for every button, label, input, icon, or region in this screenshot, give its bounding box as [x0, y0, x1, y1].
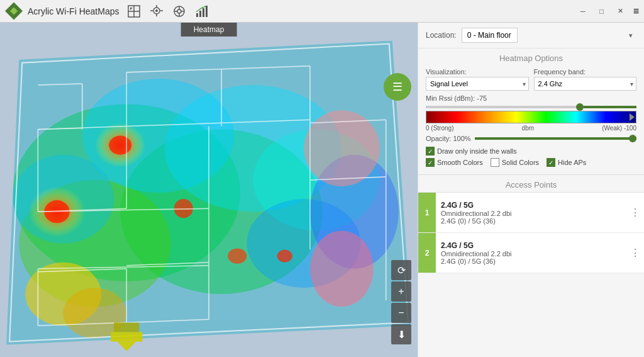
- app-title: Acrylic Wi-Fi HeatMaps: [28, 6, 119, 16]
- solid-colors-cb-box: [491, 158, 499, 167]
- ap-number-1: 1: [418, 193, 436, 232]
- access-points-section: Access Points 1 2.4G / 5G Omnidirectiona…: [418, 175, 644, 357]
- draw-walls-cb-box: ✓: [426, 147, 435, 156]
- hide-aps-checkmark: ✓: [548, 159, 553, 166]
- ap-freq-1: 2.4G / 5G: [441, 201, 621, 210]
- frequency-label: Frequency band:: [534, 68, 637, 76]
- color-bar-center-label: dbm: [522, 125, 534, 132]
- svg-point-37: [109, 135, 131, 154]
- fab-button[interactable]: ☰: [384, 73, 411, 101]
- download-button[interactable]: ⬇: [391, 324, 411, 344]
- visualization-group: Visualization: Signal Level Noise Level …: [426, 68, 529, 91]
- right-panel: Location: 0 - Main floor Heatmap Options…: [418, 23, 644, 357]
- zoom-out-button[interactable]: −: [391, 303, 411, 323]
- rssi-row: Min Rssi (dBm): -75: [426, 94, 636, 102]
- smooth-colors-checkbox[interactable]: ✓ Smooth Colors: [426, 158, 483, 167]
- opacity-fill: [475, 137, 636, 140]
- fab-icon: ☰: [392, 80, 402, 94]
- viz-freq-row: Visualization: Signal Level Noise Level …: [426, 68, 636, 91]
- draw-walls-label: Draw only inside the walls: [437, 147, 517, 155]
- titlebar-controls: ─ □ ✕ ≡: [574, 3, 639, 20]
- zoom-in-button[interactable]: +: [391, 281, 411, 302]
- heatmap-visualization: [0, 23, 418, 357]
- ap-menu-1[interactable]: ⋮: [626, 193, 644, 232]
- close-button[interactable]: ✕: [612, 3, 630, 20]
- app-logo: [5, 3, 23, 20]
- svg-point-11: [177, 9, 181, 13]
- color-bar-labels: 0 (Strong) dbm (Weak) -100: [426, 125, 636, 132]
- svg-rect-18: [203, 8, 204, 17]
- rssi-handle[interactable]: [576, 103, 584, 111]
- rssi-label: Min Rssi (dBm): -75: [426, 94, 487, 102]
- ap-item-1: 1 2.4G / 5G Omnidirectional 2.2 dbi 2.4G…: [418, 193, 644, 233]
- opacity-row: Opacity: 100%: [426, 134, 636, 143]
- heatmap-options: Heatmap Options Visualization: Signal Le…: [418, 48, 644, 175]
- ap-item-2: 2 2.4G / 5G Omnidirectional 2.2 dbi 2.4G…: [418, 233, 644, 273]
- location-select[interactable]: 0 - Main floor: [462, 28, 518, 43]
- toolbar-btn-4[interactable]: [192, 1, 212, 21]
- ap-freq-2: 2.4G / 5G: [441, 241, 621, 250]
- smooth-colors-label: Smooth Colors: [437, 159, 483, 166]
- color-bar-container: 0 (Strong) dbm (Weak) -100: [426, 111, 636, 132]
- draw-walls-row: ✓ Draw only inside the walls: [426, 147, 636, 156]
- visualization-label: Visualization:: [426, 68, 529, 76]
- smooth-colors-cb-box: ✓: [426, 158, 435, 167]
- color-bar-right-label: (Weak) -100: [602, 125, 636, 132]
- svg-point-39: [228, 249, 247, 264]
- svg-rect-17: [199, 11, 201, 17]
- ap-channels-1: 2.4G (0) / 5G (36): [441, 217, 621, 225]
- hide-aps-cb-box: ✓: [547, 158, 555, 167]
- svg-point-33: [310, 230, 374, 307]
- draw-walls-checkbox[interactable]: ✓ Draw only inside the walls: [426, 147, 517, 156]
- location-label: Location:: [426, 31, 457, 40]
- color-bar-left-label: 0 (Strong): [426, 125, 453, 132]
- ap-number-2: 2: [418, 233, 436, 273]
- map-area[interactable]: Heatmap: [0, 23, 418, 357]
- opacity-label: Opacity: 100%: [426, 135, 471, 142]
- ap-info-2: 2.4G / 5G Omnidirectional 2.2 dbi 2.4G (…: [436, 233, 626, 273]
- titlebar: Acrylic Wi-Fi HeatMaps ─ □ ✕ ≡: [0, 0, 644, 23]
- frequency-select-wrapper: 2.4 Ghz 5 Ghz All: [534, 77, 637, 91]
- color-bar-arrow: [630, 113, 635, 121]
- location-bar: Location: 0 - Main floor: [418, 23, 644, 48]
- toolbar-btn-2[interactable]: [147, 1, 167, 21]
- svg-marker-73: [117, 341, 136, 351]
- svg-marker-3: [130, 8, 133, 10]
- map-controls: ⟳ + − ⬇: [391, 260, 411, 344]
- heatmap-tab[interactable]: Heatmap: [181, 23, 237, 37]
- toolbar-btn-3[interactable]: [169, 1, 189, 21]
- visualization-select[interactable]: Signal Level Noise Level SNR: [426, 77, 529, 91]
- smooth-colors-checkmark: ✓: [428, 159, 433, 166]
- location-select-wrapper: 0 - Main floor: [462, 28, 636, 43]
- ap-info-1: 2.4G / 5G Omnidirectional 2.2 dbi 2.4G (…: [436, 193, 626, 232]
- titlebar-left: Acrylic Wi-Fi HeatMaps: [5, 1, 212, 21]
- color-options-row: ✓ Smooth Colors Solid Colors ✓ Hide APs: [426, 158, 636, 167]
- main-content: Heatmap: [0, 23, 644, 357]
- color-gradient-bar: [426, 111, 636, 123]
- svg-marker-74: [111, 332, 142, 341]
- visualization-select-wrapper: Signal Level Noise Level SNR: [426, 77, 529, 91]
- toolbar-btn-1[interactable]: [124, 1, 144, 21]
- opacity-handle[interactable]: [629, 135, 636, 142]
- hide-aps-checkbox[interactable]: ✓ Hide APs: [547, 158, 586, 167]
- svg-marker-75: [114, 322, 139, 332]
- restore-button[interactable]: □: [593, 3, 611, 20]
- opacity-track: [475, 137, 636, 140]
- draw-walls-checkmark: ✓: [428, 148, 433, 155]
- svg-point-5: [155, 9, 158, 12]
- ap-menu-2[interactable]: ⋮: [626, 233, 644, 273]
- minimize-button[interactable]: ─: [574, 3, 592, 20]
- app-logo-inner: [10, 8, 18, 15]
- rssi-track: [426, 106, 636, 108]
- ap-antenna-2: Omnidirectional 2.2 dbi: [441, 250, 621, 258]
- solid-colors-checkbox[interactable]: Solid Colors: [491, 158, 539, 167]
- hamburger-menu[interactable]: ≡: [633, 6, 639, 17]
- rotate-button[interactable]: ⟳: [391, 260, 411, 280]
- heatmap-options-title: Heatmap Options: [426, 54, 636, 63]
- ap-antenna-1: Omnidirectional 2.2 dbi: [441, 210, 621, 217]
- svg-point-40: [277, 250, 292, 263]
- ap-list: 1 2.4G / 5G Omnidirectional 2.2 dbi 2.4G…: [418, 193, 644, 357]
- solid-colors-label: Solid Colors: [502, 159, 539, 166]
- frequency-select[interactable]: 2.4 Ghz 5 Ghz All: [534, 77, 637, 91]
- ap-channels-2: 2.4G (0) / 5G (36): [441, 258, 621, 265]
